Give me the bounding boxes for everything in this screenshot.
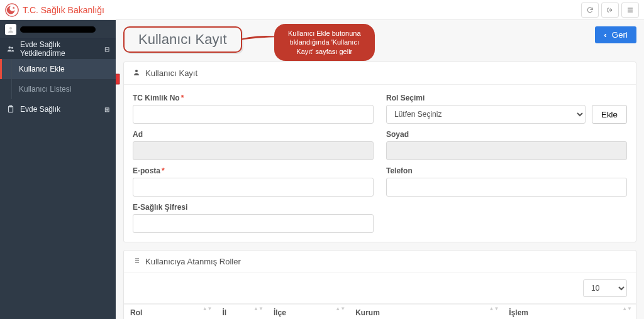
sidebar-item-kullanici-ekle[interactable]: Kullanıcı Ekle — [0, 59, 116, 79]
page-size-select[interactable]: 10 — [583, 279, 627, 297]
annotation-arrow-icon — [116, 67, 121, 92]
sidebar-group-label: Evde Sağlık Yetkilendirme — [20, 40, 99, 58]
brand-title: T.C. Sağlık Bakanlığı — [23, 5, 104, 15]
avatar-icon — [5, 24, 16, 35]
sidebar-item-label: Kullanıcı Ekle — [19, 65, 65, 73]
user-name-redacted — [20, 26, 96, 33]
ad-label: Ad — [133, 130, 374, 139]
panel-kullanici-kayit: Kullanıcı Kayıt TC Kimlik No* Rol Seçimi… — [123, 62, 636, 242]
sort-icon: ▲▼ — [489, 307, 499, 311]
sort-icon: ▲▼ — [203, 307, 213, 311]
user-icon — [133, 68, 140, 78]
annotation-callout: Kullanıcı Ekle butonuna tıklandığında 'K… — [274, 24, 375, 61]
esaglik-label: E-Sağlık Şifresi — [133, 203, 374, 212]
add-role-button[interactable]: Ekle — [592, 105, 627, 124]
panel-title: Kullanıcı Kayıt — [145, 68, 197, 78]
logout-icon — [606, 6, 614, 14]
svg-point-4 — [11, 47, 13, 49]
page-title: Kullanıcı Kayıt — [123, 26, 242, 53]
sidebar-group-evdesaglik[interactable]: Evde Sağlık ⊞ — [0, 99, 116, 119]
sidebar-item-kullanici-listesi[interactable]: Kullanıcı Listesi — [0, 79, 116, 99]
ministry-logo-icon — [5, 3, 19, 17]
sidebar-item-label: Evde Sağlık — [20, 105, 60, 114]
hamburger-icon — [626, 6, 634, 14]
eposta-label: E-posta* — [133, 166, 374, 175]
telefon-input[interactable] — [386, 178, 627, 197]
soyad-input[interactable] — [386, 141, 627, 160]
col-ilce[interactable]: İlçe▲▼ — [267, 305, 349, 320]
svg-marker-1 — [13, 6, 15, 9]
col-il[interactable]: İl▲▼ — [216, 305, 267, 320]
chevron-left-icon: ‹ — [604, 30, 606, 40]
panel-title: Kullanıcıya Atanmış Roller — [145, 257, 241, 266]
svg-point-8 — [135, 70, 138, 72]
role-label: Rol Seçimi — [386, 94, 627, 102]
refresh-icon — [586, 6, 594, 14]
tc-input[interactable] — [133, 105, 374, 124]
tc-label: TC Kimlik No* — [133, 94, 374, 102]
refresh-button[interactable] — [581, 3, 599, 18]
menu-button[interactable] — [621, 3, 639, 18]
esaglik-input[interactable] — [133, 214, 374, 233]
expand-icon: ⊞ — [104, 106, 109, 113]
role-select[interactable]: Lütfen Seçiniz — [386, 105, 586, 124]
eposta-input[interactable] — [133, 178, 374, 197]
back-button[interactable]: ‹ Geri — [595, 26, 636, 43]
sort-icon: ▲▼ — [622, 307, 632, 311]
sidebar-user[interactable] — [0, 20, 116, 39]
users-icon — [6, 45, 15, 53]
col-rol[interactable]: Rol▲▼ — [124, 305, 216, 320]
svg-point-2 — [9, 27, 12, 30]
clipboard-icon — [6, 105, 15, 114]
ad-input[interactable] — [133, 141, 374, 160]
collapse-icon: ⊟ — [104, 46, 109, 53]
col-kurum[interactable]: Kurum▲▼ — [349, 305, 502, 320]
col-islem[interactable]: İşlem▲▼ — [502, 305, 636, 320]
list-icon — [133, 257, 140, 266]
sidebar-item-label: Kullanıcı Listesi — [19, 85, 71, 94]
svg-point-3 — [9, 46, 11, 49]
sort-icon: ▲▼ — [335, 307, 345, 311]
logout-button[interactable] — [601, 3, 619, 18]
panel-roller: Kullanıcıya Atanmış Roller 10 Rol▲▼ İl▲▼… — [123, 250, 636, 319]
telefon-label: Telefon — [386, 166, 627, 175]
svg-marker-7 — [116, 68, 119, 90]
sort-icon: ▲▼ — [253, 307, 264, 311]
soyad-label: Soyad — [386, 130, 627, 139]
sidebar-group-yetkilendirme[interactable]: Evde Sağlık Yetkilendirme ⊟ — [0, 39, 116, 59]
